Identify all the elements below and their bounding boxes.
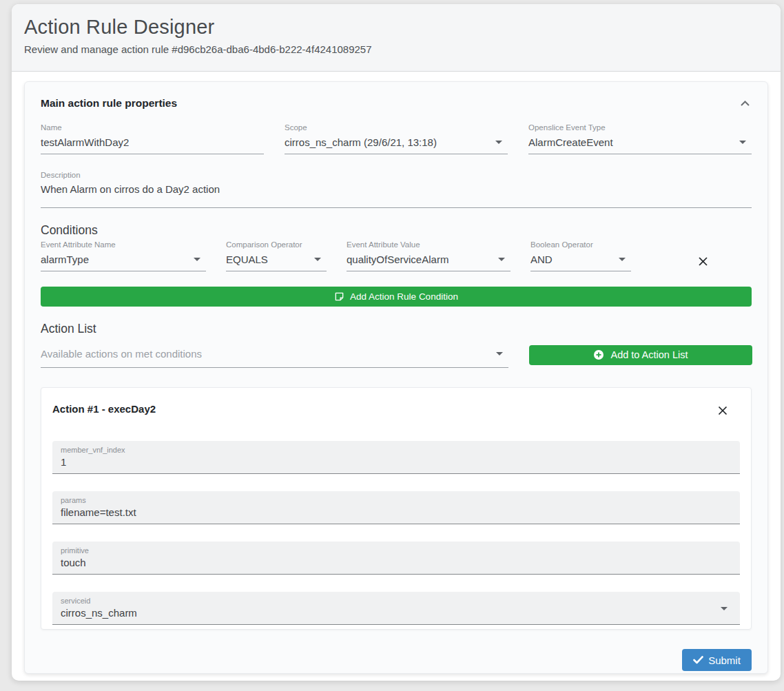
chevron-down-icon — [721, 607, 728, 610]
name-field[interactable]: Name testAlarmWithDay2 — [41, 123, 264, 154]
submit-label: Submit — [708, 654, 741, 666]
description-label: Description — [41, 171, 752, 179]
name-value: testAlarmWithDay2 — [41, 136, 129, 148]
params-value: filename=test.txt — [61, 506, 136, 518]
event-attribute-value-label: Event Attribute Value — [347, 240, 510, 249]
plus-circle-icon — [593, 349, 604, 360]
primitive-label: primitive — [61, 546, 89, 555]
add-to-action-list-button[interactable]: Add to Action List — [529, 345, 752, 365]
event-attribute-name-value: alarmType — [41, 254, 89, 265]
conditions-title: Conditions — [41, 223, 752, 238]
page-body: Main action rule properties Name testAla… — [12, 72, 781, 681]
chevron-up-icon — [740, 100, 750, 107]
add-condition-label: Add Action Rule Condition — [350, 291, 458, 302]
description-field[interactable]: Description When Alarm on cirros do a Da… — [41, 171, 752, 208]
event-attribute-value-value: qualityOfServiceAlarm — [347, 254, 448, 265]
condition-row: Event Attribute Name alarmType Compariso… — [41, 240, 752, 271]
action-select-row: Available actions on met conditions Add … — [41, 342, 752, 368]
add-condition-button[interactable]: Add Action Rule Condition — [41, 287, 752, 307]
available-actions-select[interactable]: Available actions on met conditions — [41, 342, 508, 368]
boolean-operator-value: AND — [530, 254, 553, 265]
submit-button[interactable]: Submit — [682, 649, 752, 671]
chevron-down-icon — [495, 141, 502, 144]
scope-value: cirros_ns_charm (29/6/21, 13:18) — [285, 136, 437, 148]
event-attribute-value-select[interactable]: Event Attribute Value qualityOfServiceAl… — [347, 240, 510, 271]
page-header: Action Rule Designer Review and manage a… — [12, 4, 781, 72]
event-type-label: Openslice Event Type — [528, 123, 752, 132]
remove-action-button[interactable] — [715, 403, 730, 418]
action-card-header: Action #1 - execDay2 — [52, 403, 740, 418]
action-rule-designer-page: Action Rule Designer Review and manage a… — [12, 4, 781, 681]
close-icon — [697, 256, 709, 267]
name-label: Name — [41, 123, 264, 132]
action-card-title: Action #1 - execDay2 — [52, 403, 156, 415]
action-card: Action #1 - execDay2 member_vnf_index 1 — [41, 387, 752, 630]
primitive-value: touch — [61, 557, 89, 568]
chevron-down-icon — [498, 258, 505, 261]
serviceid-select[interactable]: serviceid cirros_ns_charm — [52, 592, 740, 625]
chevron-down-icon — [496, 352, 503, 355]
member-vnf-index-value: 1 — [61, 456, 125, 468]
submit-row: Submit — [41, 649, 752, 671]
remove-condition-button[interactable] — [696, 254, 710, 269]
params-field[interactable]: params filename=test.txt — [52, 491, 740, 524]
chevron-down-icon — [194, 258, 200, 261]
primitive-field[interactable]: primitive touch — [52, 542, 740, 575]
boolean-operator-select[interactable]: Boolean Operator AND — [530, 240, 631, 271]
scope-label: Scope — [285, 123, 508, 132]
main-properties-title: Main action rule properties — [41, 97, 177, 110]
boolean-operator-label: Boolean Operator — [530, 240, 631, 249]
description-row: Description When Alarm on cirros do a Da… — [41, 171, 752, 208]
check-icon — [693, 656, 703, 664]
collapse-panel-button[interactable] — [739, 99, 752, 108]
member-vnf-index-label: member_vnf_index — [61, 446, 125, 454]
main-fields-row: Name testAlarmWithDay2 Scope cirros_ns_c… — [41, 123, 752, 154]
params-label: params — [61, 496, 136, 504]
event-type-select[interactable]: Openslice Event Type AlarmCreateEvent — [528, 123, 752, 154]
comparison-operator-value: EQUALS — [226, 254, 268, 265]
chevron-down-icon — [739, 141, 746, 144]
page-title: Action Rule Designer — [24, 16, 768, 39]
sticky-note-icon — [334, 291, 344, 302]
available-actions-placeholder: Available actions on met conditions — [41, 348, 202, 360]
main-properties-card: Main action rule properties Name testAla… — [24, 81, 768, 674]
event-attribute-name-label: Event Attribute Name — [41, 240, 206, 249]
serviceid-label: serviceid — [61, 597, 137, 605]
chevron-down-icon — [619, 258, 626, 261]
comparison-operator-select[interactable]: Comparison Operator EQUALS — [226, 240, 327, 271]
page-subtitle: Review and manage action rule #d96cb26a-… — [24, 43, 768, 55]
comparison-operator-label: Comparison Operator — [226, 240, 327, 249]
member-vnf-index-field[interactable]: member_vnf_index 1 — [52, 441, 740, 474]
description-value: When Alarm on cirros do a Day2 action — [41, 183, 220, 195]
scope-select[interactable]: Scope cirros_ns_charm (29/6/21, 13:18) — [285, 123, 508, 154]
serviceid-value: cirros_ns_charm — [61, 607, 137, 619]
add-to-action-list-label: Add to Action List — [610, 349, 688, 360]
main-properties-header: Main action rule properties — [41, 97, 752, 110]
close-icon — [716, 404, 729, 417]
action-list-title: Action List — [41, 322, 752, 336]
event-type-value: AlarmCreateEvent — [528, 136, 613, 148]
chevron-down-icon — [314, 258, 321, 261]
event-attribute-name-select[interactable]: Event Attribute Name alarmType — [41, 240, 206, 271]
